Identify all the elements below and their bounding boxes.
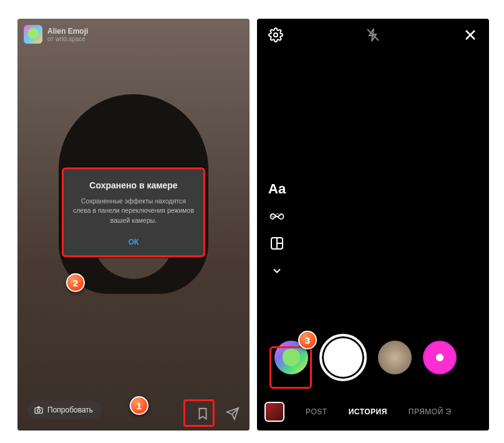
chevron-down-icon[interactable] (271, 265, 283, 277)
effect-avatar-icon (24, 25, 42, 44)
annotation-badge-3: 3 (298, 331, 317, 349)
annotation-badge-1: 1 (130, 396, 148, 415)
camera-side-tools: Aa (268, 181, 286, 277)
try-button-label: Попробовать (47, 406, 93, 414)
text-tool[interactable]: Aa (268, 181, 286, 197)
svg-rect-0 (35, 408, 42, 414)
shutter-button[interactable] (319, 334, 367, 381)
annotation-highlight-effect (269, 346, 312, 389)
mode-live[interactable]: ПРЯМОЙ Э (409, 407, 452, 416)
left-screenshot: Alien Emoji от wrld.space Сохранено в ка… (17, 19, 250, 431)
camera-icon (34, 405, 44, 415)
camera-mode-row: POST ИСТОРИЯ ПРЯМОЙ Э (257, 402, 489, 422)
gallery-thumbnail[interactable] (264, 402, 284, 422)
mode-story[interactable]: ИСТОРИЯ (349, 407, 387, 416)
annotation-highlight-save (183, 399, 215, 427)
effect-author: от wrld.space (47, 36, 88, 42)
svg-point-2 (274, 33, 278, 37)
sepia-portrait-effect[interactable] (378, 341, 412, 374)
saved-dialog: Сохранено в камере Сохраненные эффекты н… (62, 167, 205, 257)
dialog-title: Сохранено в камере (72, 180, 195, 190)
effect-name: Alien Emoji (47, 27, 88, 36)
annotation-badge-2: 2 (66, 273, 85, 292)
camera-top-bar (257, 27, 489, 42)
dialog-body: Сохраненные эффекты находятся слева в па… (72, 197, 195, 225)
infinity-icon[interactable] (268, 211, 286, 222)
right-screenshot: Aa POST ИСТОРИЯ ПРЯМОЙ Э (257, 19, 489, 431)
settings-icon[interactable] (268, 27, 283, 42)
try-effect-button[interactable]: Попробовать (27, 401, 102, 419)
flash-off-icon[interactable] (366, 27, 380, 42)
send-icon[interactable] (226, 407, 240, 421)
close-icon[interactable] (463, 27, 478, 42)
pink-alien-effect[interactable] (423, 341, 457, 374)
mode-post[interactable]: POST (306, 407, 327, 416)
dialog-ok-button[interactable]: ОК (126, 235, 142, 249)
effect-header[interactable]: Alien Emoji от wrld.space (24, 25, 88, 44)
svg-point-1 (37, 409, 41, 412)
layout-icon[interactable] (269, 236, 284, 251)
